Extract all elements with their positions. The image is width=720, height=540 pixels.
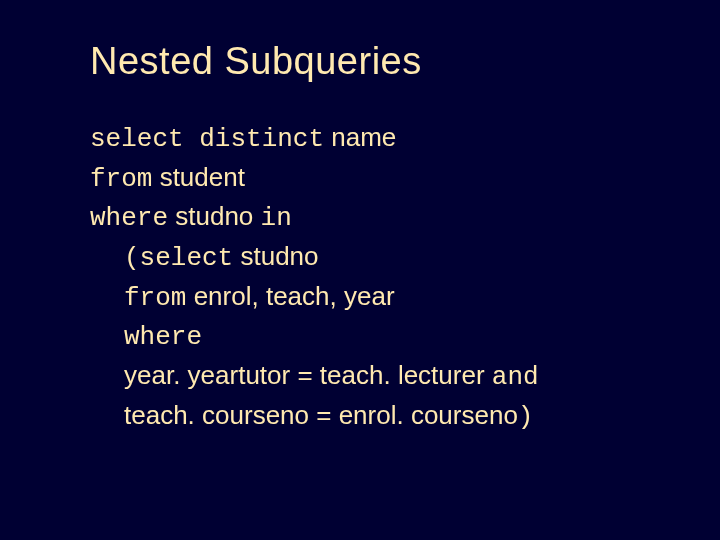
col-studno: studno [168, 201, 261, 231]
sql-line-6: where [90, 317, 660, 357]
paren-open: ( [124, 243, 140, 273]
sql-line-4: (select studno [90, 238, 660, 278]
kw-distinct: distinct [199, 124, 324, 154]
col-name: name [324, 122, 396, 152]
sql-line-3: where studno in [90, 198, 660, 238]
slide-title: Nested Subqueries [90, 40, 660, 83]
kw-where: where [90, 203, 168, 233]
sql-line-1: select distinct name [90, 119, 660, 159]
kw-select-inner: select [140, 243, 234, 273]
kw-select: select [90, 124, 184, 154]
kw-where-inner: where [124, 322, 202, 352]
kw-from: from [90, 164, 152, 194]
paren-close: ) [518, 402, 534, 432]
sql-line-7: year. yeartutor = teach. lecturer and [90, 357, 660, 397]
kw-space [184, 124, 200, 154]
table-student: student [152, 162, 245, 192]
slide: Nested Subqueries select distinct name f… [0, 0, 720, 540]
sql-line-8: teach. courseno = enrol. courseno) [90, 397, 660, 437]
sql-block: select distinct name from student where … [90, 119, 660, 437]
col-studno-inner: studno [233, 241, 318, 271]
sql-line-2: from student [90, 159, 660, 199]
sql-line-5: from enrol, teach, year [90, 278, 660, 318]
tables-inner: enrol, teach, year [186, 281, 394, 311]
cond-2: teach. courseno = enrol. courseno [124, 400, 518, 430]
kw-in: in [261, 203, 292, 233]
cond-1: year. yeartutor = teach. lecturer [124, 360, 492, 390]
kw-from-inner: from [124, 283, 186, 313]
kw-and: and [492, 362, 539, 392]
